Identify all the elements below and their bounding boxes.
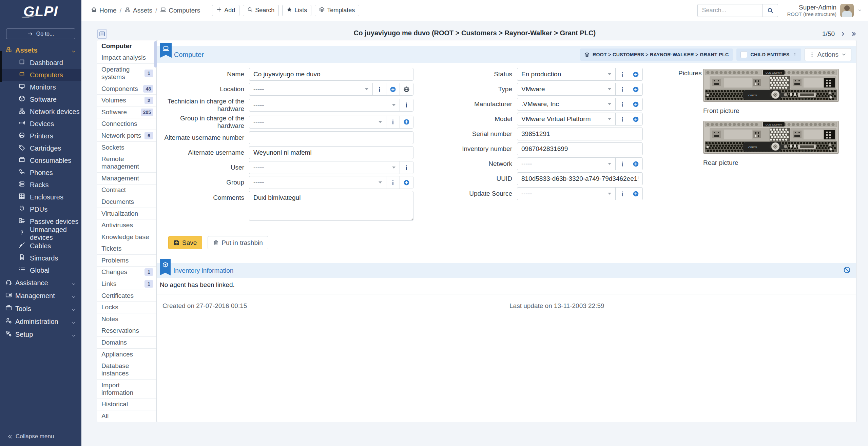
tab-knowledge-base[interactable]: Knowledge base [97, 231, 156, 243]
uuid-input[interactable] [517, 172, 643, 185]
sidebar-section-assets[interactable]: Assets [0, 44, 81, 57]
alternate-username-number-input[interactable] [249, 131, 413, 144]
tab-domains[interactable]: Domains [97, 337, 156, 349]
tab-contract[interactable]: Contract [97, 185, 156, 196]
save-button[interactable]: Save [168, 236, 202, 249]
sidebar-item-pdus[interactable]: PDUs [0, 203, 81, 215]
sidebar-item-enclosures[interactable]: Enclosures [0, 191, 81, 203]
group-in-charge-of-the-hardware-info-button[interactable] [386, 116, 400, 128]
group-select[interactable]: ----- [249, 176, 386, 189]
model-select[interactable]: VMware Virtual Platform [517, 113, 615, 125]
user-select[interactable]: ----- [249, 161, 400, 174]
sidebar-section-assistance[interactable]: Assistance [0, 276, 81, 289]
model-info-button[interactable] [615, 113, 629, 125]
status-info-button[interactable] [615, 68, 629, 80]
update-source-add-button[interactable] [629, 188, 642, 200]
tab-volumes[interactable]: Volumes2 [97, 95, 156, 106]
templates-button[interactable]: Templates [315, 5, 359, 16]
sidebar-item-phones[interactable]: Phones [0, 167, 81, 179]
sidebar-item-software[interactable]: Software [0, 93, 81, 105]
breadcrumb-assets[interactable]: Assets [124, 6, 152, 14]
put-in-trashbin-button[interactable]: Put in trashbin [208, 236, 268, 249]
tab-certificates[interactable]: Certificates [97, 290, 156, 302]
name-input[interactable] [249, 68, 413, 81]
type-info-button[interactable] [615, 83, 629, 95]
tab-notes[interactable]: Notes [97, 313, 156, 325]
user-info-button[interactable] [400, 161, 413, 174]
tab-links[interactable]: Links1 [97, 278, 156, 290]
tab-operating-systems[interactable]: Operating systems1 [97, 64, 156, 83]
network-add-button[interactable] [629, 158, 642, 170]
technician-in-charge-of-the-hardware-info-button[interactable] [400, 99, 413, 111]
type-select[interactable]: VMware [517, 83, 615, 95]
tab-locks[interactable]: Locks [97, 302, 156, 313]
location-info-button[interactable] [372, 83, 386, 95]
search-button[interactable]: Search [243, 5, 279, 16]
tab-virtualization[interactable]: Virtualization [97, 208, 156, 220]
group-add-button[interactable] [400, 176, 413, 189]
tab-components[interactable]: Components48 [97, 83, 156, 95]
tab-import-information[interactable]: Import information [97, 380, 156, 399]
update-source-select[interactable]: ----- [517, 188, 615, 200]
tab-database-instances[interactable]: Database instances [97, 360, 156, 380]
manufacturer-add-button[interactable] [629, 98, 642, 110]
collapse-menu-button[interactable]: Collapse menu [7, 433, 54, 440]
child-entities-checkbox[interactable] [740, 51, 747, 58]
alternate-username-input[interactable] [249, 146, 413, 159]
network-info-button[interactable] [615, 158, 629, 170]
group-in-charge-of-the-hardware-add-button[interactable] [400, 116, 413, 128]
location-select[interactable]: ----- [249, 83, 372, 95]
status-select[interactable]: En production [517, 68, 615, 80]
tab-reservations[interactable]: Reservations [97, 325, 156, 337]
breadcrumb-home[interactable]: Home [91, 6, 117, 14]
sidebar-item-cables[interactable]: Cables [0, 240, 81, 252]
comments-textarea[interactable]: Duxi bimivategul [249, 191, 413, 221]
last-record-button[interactable] [851, 31, 856, 37]
sidebar-section-administration[interactable]: Administration [0, 315, 81, 328]
lists-button[interactable]: Lists [282, 5, 311, 16]
sidebar-item-cartridges[interactable]: Cartridges [0, 142, 81, 154]
actions-button[interactable]: Actions [805, 48, 851, 61]
sidebar-item-racks[interactable]: Racks [0, 179, 81, 191]
group-in-charge-of-the-hardware-select[interactable]: ----- [249, 116, 386, 128]
user-menu[interactable]: Super-Admin ROOT (tree structure) [787, 4, 862, 17]
serial-number-input[interactable] [517, 128, 643, 140]
sidebar-item-dashboard[interactable]: Dashboard [0, 57, 81, 69]
tab-tickets[interactable]: Tickets [97, 243, 156, 255]
tab-computer[interactable]: Computer [97, 40, 156, 52]
tab-software[interactable]: Software205 [97, 106, 156, 118]
app-logo[interactable]: GLPI [0, 0, 81, 20]
add-button[interactable]: Add [212, 5, 239, 16]
tab-all[interactable]: All [97, 410, 156, 422]
tab-changes[interactable]: Changes1 [97, 267, 156, 278]
sidebar-item-printers[interactable]: Printers [0, 130, 81, 142]
tab-network-ports[interactable]: Network ports6 [97, 130, 156, 142]
group-info-button[interactable] [386, 176, 400, 189]
sidebar-section-setup[interactable]: Setup [0, 328, 81, 341]
tab-documents[interactable]: Documents [97, 196, 156, 208]
technician-in-charge-of-the-hardware-select[interactable]: ----- [249, 99, 400, 111]
goto-button[interactable]: Go to... [6, 28, 75, 39]
tab-sockets[interactable]: Sockets [97, 142, 156, 154]
location-map-button[interactable] [400, 83, 413, 95]
entity-breadcrumb[interactable]: ROOT > CUSTOMERS > RAYNOR-WALKER > GRANT… [580, 49, 733, 61]
sidebar-item-computers[interactable]: Computers [0, 69, 81, 81]
sidebar-item-global[interactable]: Global [0, 264, 81, 276]
sidebar-section-tools[interactable]: Tools [0, 302, 81, 315]
sidebar-scrollbar-thumb[interactable] [0, 51, 2, 82]
manufacturer-info-button[interactable] [615, 98, 629, 110]
tab-management[interactable]: Management [97, 173, 156, 185]
status-add-button[interactable] [629, 68, 642, 80]
global-search-button[interactable] [763, 4, 778, 17]
inventory-disabled-icon[interactable] [843, 266, 851, 275]
next-record-button[interactable] [840, 31, 846, 37]
sidebar-section-management[interactable]: Management [0, 289, 81, 302]
network-select[interactable]: ----- [517, 158, 615, 170]
sidebar-item-network-devices[interactable]: Network devices [0, 105, 81, 118]
type-add-button[interactable] [629, 83, 642, 95]
tab-connections[interactable]: Connections [97, 118, 156, 130]
tab-antiviruses[interactable]: Antiviruses [97, 219, 156, 231]
tab-historical[interactable]: Historical [97, 399, 156, 411]
avatar[interactable] [840, 4, 854, 17]
manufacturer-select[interactable]: .VMware, Inc [517, 98, 615, 110]
